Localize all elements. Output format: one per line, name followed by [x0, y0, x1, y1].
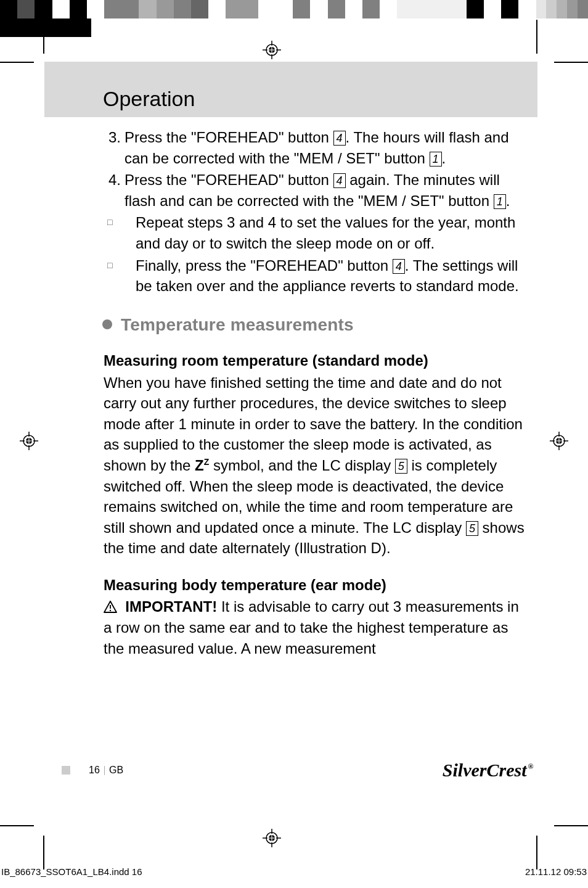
bullet-item: □ Finally, press the "FOREHEAD" button 4…: [104, 255, 525, 297]
crop-mark: [554, 825, 588, 826]
ref-box: 1: [494, 194, 506, 209]
svg-point-33: [110, 610, 111, 611]
language-code: GB: [109, 765, 123, 776]
step-text: Press the "FOREHEAD" button 4 again. The…: [125, 170, 525, 211]
paragraph: When you have finished setting the time …: [104, 372, 525, 559]
section-heading-text: Temperature measurements: [121, 313, 354, 337]
crop-mark: [536, 20, 537, 54]
black-strip: [0, 18, 91, 37]
square-bullet-icon: □: [104, 255, 136, 297]
crop-mark: [536, 836, 537, 870]
square-bullet-icon: □: [104, 212, 136, 253]
bullet-dot-icon: [102, 319, 112, 329]
step-3: 3. Press the "FOREHEAD" button 4. The ho…: [104, 127, 525, 168]
ref-box: 5: [395, 459, 407, 474]
step-number: 3.: [104, 127, 125, 168]
crop-mark: [0, 62, 34, 63]
ref-box: 4: [333, 173, 346, 188]
crop-mark: [43, 20, 44, 54]
crop-mark: [554, 62, 588, 63]
page-title: Operation: [103, 87, 195, 111]
crop-mark: [0, 825, 34, 826]
page-number: 16: [89, 765, 100, 776]
bullet-item: □ Repeat steps 3 and 4 to set the values…: [104, 212, 525, 253]
bullet-text: Repeat steps 3 and 4 to set the values f…: [136, 212, 525, 253]
subheading: Measuring body temperature (ear mode): [104, 575, 525, 596]
paragraph: IMPORTANT! It is advisable to carry out …: [104, 596, 525, 659]
section-heading: Temperature measurements: [104, 313, 525, 337]
important-label: IMPORTANT!: [125, 598, 217, 615]
step-text: Press the "FOREHEAD" button 4. The hours…: [125, 127, 525, 168]
ref-box: 5: [466, 521, 478, 536]
brand-logo: SilverCrest®: [443, 760, 533, 781]
footer-separator: [104, 766, 105, 775]
registration-mark-icon: [263, 829, 281, 847]
content-body: 3. Press the "FOREHEAD" button 4. The ho…: [104, 123, 525, 659]
crop-mark: [43, 836, 44, 870]
color-calibration-bar: [0, 0, 588, 18]
step-4: 4. Press the "FOREHEAD" button 4 again. …: [104, 170, 525, 211]
step-number: 4.: [104, 170, 125, 211]
ref-box: 4: [393, 259, 405, 274]
registration-mark-icon: [20, 432, 38, 450]
bullet-text: Finally, press the "FOREHEAD" button 4. …: [136, 255, 525, 297]
registration-mark-icon: [263, 41, 281, 59]
subheading: Measuring room temperature (standard mod…: [104, 350, 525, 371]
ref-box: 1: [430, 152, 442, 166]
sleep-symbol-icon: ZZ: [195, 457, 209, 474]
registration-mark-icon: [550, 432, 568, 450]
page-footer: 16 GB SilverCrest®: [62, 760, 533, 781]
section-header-band: Operation: [44, 62, 537, 117]
imprint-file: IB_86673_SSOT6A1_LB4.indd 16: [1, 866, 142, 877]
ref-box: 4: [333, 131, 346, 146]
warning-triangle-icon: [104, 601, 117, 613]
footer-box-icon: [62, 766, 70, 775]
imprint-datetime: 21.11.12 09:53: [525, 866, 587, 877]
